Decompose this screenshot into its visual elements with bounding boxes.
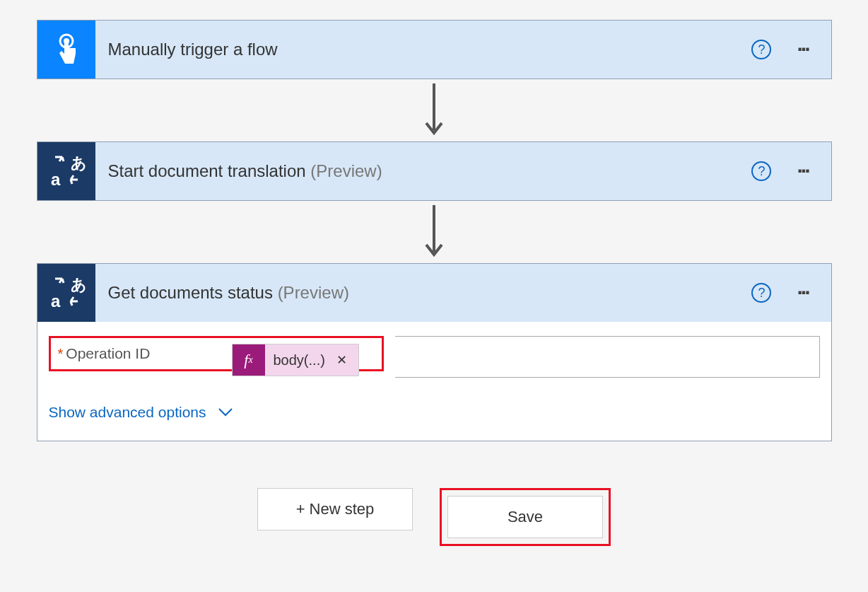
arrow-down-icon [424,205,444,259]
step-get-status: あ a Get documents status (Preview) ? ···… [37,263,832,441]
help-icon[interactable]: ? [751,40,771,59]
help-icon[interactable]: ? [751,161,771,181]
operation-id-input[interactable] [395,336,820,378]
field-label: Operation ID [66,345,150,362]
more-icon[interactable]: ··· [797,169,808,173]
step-title: Manually trigger a flow [108,40,752,59]
step-trigger[interactable]: Manually trigger a flow ? ··· [37,20,832,79]
step-header[interactable]: Manually trigger a flow ? ··· [37,21,831,79]
arrow-down-icon [424,83,444,137]
operation-id-row: * Operation ID fx body(...) ✕ [49,336,384,371]
tap-icon [37,21,95,79]
show-advanced-options[interactable]: Show advanced options [49,404,820,421]
step-title: Get documents status (Preview) [108,283,752,303]
more-icon[interactable]: ··· [797,47,808,52]
more-icon[interactable]: ··· [797,291,808,295]
svg-text:あ: あ [71,276,87,294]
step-header[interactable]: あ a Get documents status (Preview) ? ··· [37,264,831,322]
close-icon[interactable]: ✕ [334,344,358,376]
save-button[interactable]: Save [447,496,603,538]
svg-text:a: a [51,170,61,189]
expression-token[interactable]: fx body(...) ✕ [232,344,359,376]
step-header[interactable]: あ a Start document translation (Preview)… [37,142,831,200]
preview-tag: (Preview) [278,283,349,302]
token-text: body(...) [265,344,334,376]
translate-icon: あ a [37,264,95,322]
help-icon[interactable]: ? [751,283,771,303]
preview-tag: (Preview) [310,161,382,180]
step-title: Start document translation (Preview) [108,161,752,181]
svg-text:a: a [51,291,61,310]
chevron-down-icon [218,407,233,417]
save-highlight: Save [440,488,611,546]
new-step-button[interactable]: + New step [257,488,413,530]
step-start-translation[interactable]: あ a Start document translation (Preview)… [37,141,832,201]
fx-icon: fx [233,344,265,376]
translate-icon: あ a [37,142,95,200]
svg-text:あ: あ [71,154,87,172]
required-star: * [58,346,64,362]
